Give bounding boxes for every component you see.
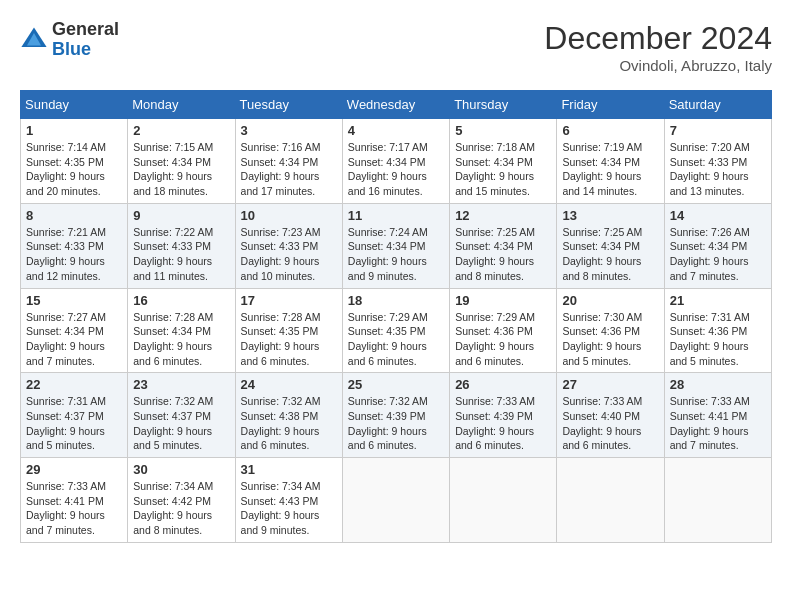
title-block: December 2024 Ovindoli, Abruzzo, Italy (544, 20, 772, 74)
day-info: Sunrise: 7:33 AMSunset: 4:39 PMDaylight:… (455, 394, 551, 453)
day-number: 21 (670, 293, 766, 308)
table-row: 6 Sunrise: 7:19 AMSunset: 4:34 PMDayligh… (557, 119, 664, 204)
table-row: 16 Sunrise: 7:28 AMSunset: 4:34 PMDaylig… (128, 288, 235, 373)
table-row: 29 Sunrise: 7:33 AMSunset: 4:41 PMDaylig… (21, 458, 128, 543)
month-title: December 2024 (544, 20, 772, 57)
table-row: 26 Sunrise: 7:33 AMSunset: 4:39 PMDaylig… (450, 373, 557, 458)
day-info: Sunrise: 7:29 AMSunset: 4:35 PMDaylight:… (348, 310, 444, 369)
day-info: Sunrise: 7:27 AMSunset: 4:34 PMDaylight:… (26, 310, 122, 369)
logo-general-text: General (52, 20, 119, 40)
day-number: 18 (348, 293, 444, 308)
day-info: Sunrise: 7:21 AMSunset: 4:33 PMDaylight:… (26, 225, 122, 284)
day-info: Sunrise: 7:32 AMSunset: 4:38 PMDaylight:… (241, 394, 337, 453)
day-number: 26 (455, 377, 551, 392)
day-number: 15 (26, 293, 122, 308)
col-thursday: Thursday (450, 91, 557, 119)
day-number: 19 (455, 293, 551, 308)
table-row: 12 Sunrise: 7:25 AMSunset: 4:34 PMDaylig… (450, 203, 557, 288)
day-info: Sunrise: 7:22 AMSunset: 4:33 PMDaylight:… (133, 225, 229, 284)
table-row: 27 Sunrise: 7:33 AMSunset: 4:40 PMDaylig… (557, 373, 664, 458)
day-info: Sunrise: 7:33 AMSunset: 4:40 PMDaylight:… (562, 394, 658, 453)
day-number: 6 (562, 123, 658, 138)
day-info: Sunrise: 7:24 AMSunset: 4:34 PMDaylight:… (348, 225, 444, 284)
day-number: 27 (562, 377, 658, 392)
day-number: 16 (133, 293, 229, 308)
table-row: 15 Sunrise: 7:27 AMSunset: 4:34 PMDaylig… (21, 288, 128, 373)
table-row: 18 Sunrise: 7:29 AMSunset: 4:35 PMDaylig… (342, 288, 449, 373)
day-number: 9 (133, 208, 229, 223)
day-number: 7 (670, 123, 766, 138)
calendar-row: 22 Sunrise: 7:31 AMSunset: 4:37 PMDaylig… (21, 373, 772, 458)
table-row: 19 Sunrise: 7:29 AMSunset: 4:36 PMDaylig… (450, 288, 557, 373)
day-info: Sunrise: 7:28 AMSunset: 4:35 PMDaylight:… (241, 310, 337, 369)
day-info: Sunrise: 7:31 AMSunset: 4:36 PMDaylight:… (670, 310, 766, 369)
day-info: Sunrise: 7:34 AMSunset: 4:42 PMDaylight:… (133, 479, 229, 538)
day-info: Sunrise: 7:18 AMSunset: 4:34 PMDaylight:… (455, 140, 551, 199)
col-wednesday: Wednesday (342, 91, 449, 119)
day-number: 30 (133, 462, 229, 477)
day-number: 31 (241, 462, 337, 477)
table-row: 11 Sunrise: 7:24 AMSunset: 4:34 PMDaylig… (342, 203, 449, 288)
location-text: Ovindoli, Abruzzo, Italy (544, 57, 772, 74)
day-info: Sunrise: 7:16 AMSunset: 4:34 PMDaylight:… (241, 140, 337, 199)
table-row: 10 Sunrise: 7:23 AMSunset: 4:33 PMDaylig… (235, 203, 342, 288)
table-row: 31 Sunrise: 7:34 AMSunset: 4:43 PMDaylig… (235, 458, 342, 543)
table-row: 4 Sunrise: 7:17 AMSunset: 4:34 PMDayligh… (342, 119, 449, 204)
col-friday: Friday (557, 91, 664, 119)
day-number: 28 (670, 377, 766, 392)
day-number: 10 (241, 208, 337, 223)
day-number: 29 (26, 462, 122, 477)
day-number: 4 (348, 123, 444, 138)
page-header: General Blue December 2024 Ovindoli, Abr… (20, 20, 772, 74)
table-row: 21 Sunrise: 7:31 AMSunset: 4:36 PMDaylig… (664, 288, 771, 373)
calendar-row: 29 Sunrise: 7:33 AMSunset: 4:41 PMDaylig… (21, 458, 772, 543)
day-info: Sunrise: 7:26 AMSunset: 4:34 PMDaylight:… (670, 225, 766, 284)
day-info: Sunrise: 7:14 AMSunset: 4:35 PMDaylight:… (26, 140, 122, 199)
logo-blue-text: Blue (52, 40, 119, 60)
table-row: 25 Sunrise: 7:32 AMSunset: 4:39 PMDaylig… (342, 373, 449, 458)
logo-icon (20, 26, 48, 54)
day-info: Sunrise: 7:32 AMSunset: 4:39 PMDaylight:… (348, 394, 444, 453)
calendar-row: 8 Sunrise: 7:21 AMSunset: 4:33 PMDayligh… (21, 203, 772, 288)
day-info: Sunrise: 7:25 AMSunset: 4:34 PMDaylight:… (455, 225, 551, 284)
logo-text: General Blue (52, 20, 119, 60)
col-monday: Monday (128, 91, 235, 119)
day-info: Sunrise: 7:34 AMSunset: 4:43 PMDaylight:… (241, 479, 337, 538)
table-row (557, 458, 664, 543)
table-row (450, 458, 557, 543)
logo: General Blue (20, 20, 119, 60)
table-row: 23 Sunrise: 7:32 AMSunset: 4:37 PMDaylig… (128, 373, 235, 458)
table-row (664, 458, 771, 543)
day-number: 1 (26, 123, 122, 138)
day-info: Sunrise: 7:23 AMSunset: 4:33 PMDaylight:… (241, 225, 337, 284)
day-number: 3 (241, 123, 337, 138)
day-info: Sunrise: 7:32 AMSunset: 4:37 PMDaylight:… (133, 394, 229, 453)
table-row (342, 458, 449, 543)
calendar-table: Sunday Monday Tuesday Wednesday Thursday… (20, 90, 772, 543)
day-info: Sunrise: 7:31 AMSunset: 4:37 PMDaylight:… (26, 394, 122, 453)
calendar-row: 15 Sunrise: 7:27 AMSunset: 4:34 PMDaylig… (21, 288, 772, 373)
table-row: 2 Sunrise: 7:15 AMSunset: 4:34 PMDayligh… (128, 119, 235, 204)
day-info: Sunrise: 7:15 AMSunset: 4:34 PMDaylight:… (133, 140, 229, 199)
day-number: 20 (562, 293, 658, 308)
calendar-row: 1 Sunrise: 7:14 AMSunset: 4:35 PMDayligh… (21, 119, 772, 204)
day-info: Sunrise: 7:29 AMSunset: 4:36 PMDaylight:… (455, 310, 551, 369)
day-number: 14 (670, 208, 766, 223)
table-row: 28 Sunrise: 7:33 AMSunset: 4:41 PMDaylig… (664, 373, 771, 458)
table-row: 20 Sunrise: 7:30 AMSunset: 4:36 PMDaylig… (557, 288, 664, 373)
table-row: 30 Sunrise: 7:34 AMSunset: 4:42 PMDaylig… (128, 458, 235, 543)
day-number: 25 (348, 377, 444, 392)
day-info: Sunrise: 7:28 AMSunset: 4:34 PMDaylight:… (133, 310, 229, 369)
day-number: 22 (26, 377, 122, 392)
day-info: Sunrise: 7:33 AMSunset: 4:41 PMDaylight:… (26, 479, 122, 538)
day-number: 12 (455, 208, 551, 223)
table-row: 13 Sunrise: 7:25 AMSunset: 4:34 PMDaylig… (557, 203, 664, 288)
table-row: 9 Sunrise: 7:22 AMSunset: 4:33 PMDayligh… (128, 203, 235, 288)
table-row: 3 Sunrise: 7:16 AMSunset: 4:34 PMDayligh… (235, 119, 342, 204)
table-row: 24 Sunrise: 7:32 AMSunset: 4:38 PMDaylig… (235, 373, 342, 458)
day-info: Sunrise: 7:20 AMSunset: 4:33 PMDaylight:… (670, 140, 766, 199)
col-tuesday: Tuesday (235, 91, 342, 119)
day-number: 23 (133, 377, 229, 392)
day-number: 24 (241, 377, 337, 392)
day-number: 8 (26, 208, 122, 223)
